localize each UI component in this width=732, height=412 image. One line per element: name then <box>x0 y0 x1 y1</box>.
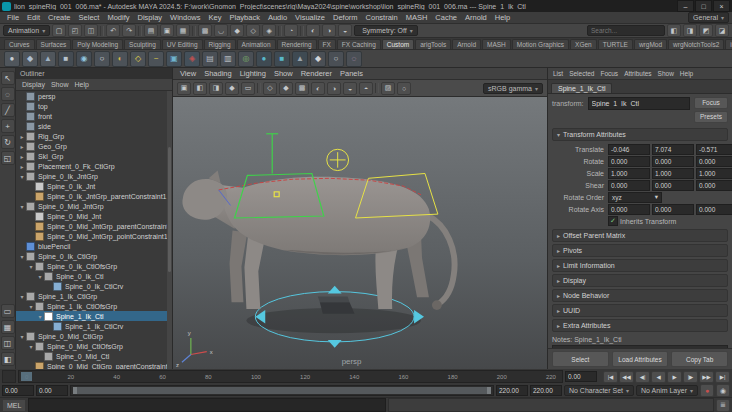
collapsed-section[interactable]: ▸ Pivots <box>552 244 728 257</box>
menu-item[interactable]: Playback <box>225 13 263 22</box>
menu-item[interactable]: View <box>176 69 200 78</box>
anim-layer-selector[interactable]: No Anim Layer ▾ <box>636 385 698 396</box>
layout-single-pane[interactable]: ▭ <box>1 304 15 318</box>
menu-item[interactable]: Selected <box>566 70 597 77</box>
collapsed-section[interactable]: ▸ Offset Parent Matrix <box>552 229 728 242</box>
select-tool[interactable]: ↖ <box>1 71 15 85</box>
ipr-render-icon[interactable]: ◑ <box>322 24 336 37</box>
expand-arrow-icon[interactable]: ▾ <box>18 203 26 210</box>
expand-arrow-icon[interactable]: ▸ <box>18 133 26 140</box>
menu-item[interactable]: Show <box>48 81 72 88</box>
shelf-tab[interactable]: XGen <box>570 39 597 49</box>
expand-arrow-icon[interactable]: ▾ <box>27 263 35 270</box>
search-input[interactable] <box>587 25 665 36</box>
shelf-tab[interactable]: FX <box>318 39 336 49</box>
collapsed-section[interactable]: ▸ Limit Information <box>552 259 728 272</box>
expand-arrow-icon[interactable]: ▾ <box>36 313 44 320</box>
range-end-handle[interactable] <box>487 387 491 394</box>
outliner-tree-item[interactable]: bluePencil <box>16 241 172 251</box>
camera-attributes-icon[interactable]: ◨ <box>209 82 223 95</box>
expand-arrow-icon[interactable]: ▾ <box>27 303 35 310</box>
focus-button[interactable]: Focus <box>694 97 728 109</box>
menu-item[interactable]: Shading <box>200 69 236 78</box>
outliner-tree-item[interactable]: Spine_1_Ik_CtlCrv <box>16 321 172 331</box>
character-set-selector[interactable]: No Character Set ▾ <box>564 385 634 396</box>
outliner-tree-item[interactable]: Spine_0_Mid_JntGrp_parentConstraint1 <box>16 221 172 231</box>
attr-field-y[interactable] <box>652 156 694 167</box>
expand-arrow-icon[interactable]: ▸ <box>18 153 26 160</box>
ae-action-button[interactable]: Copy Tab <box>671 351 728 367</box>
current-time-field[interactable] <box>565 371 597 382</box>
shelf-tab[interactable]: Arnold <box>452 39 481 49</box>
shelf-tab[interactable]: Surfaces <box>36 39 72 49</box>
menu-item[interactable]: Help <box>677 70 696 77</box>
shelf-tab[interactable]: arigTools <box>415 39 451 49</box>
motion-blur-icon[interactable]: ◓ <box>359 82 373 95</box>
collapsed-section[interactable]: ▸ Extra Attributes <box>552 319 728 332</box>
auto-keyframe-icon[interactable]: ● <box>700 384 714 397</box>
presets-button[interactable]: Presets <box>694 111 728 123</box>
shelf-tool[interactable]: ◌ <box>346 51 362 67</box>
lights-icon[interactable]: ◐ <box>311 82 325 95</box>
shelf-tool[interactable]: ◐ <box>112 51 128 67</box>
shelf-tool[interactable]: ▲ <box>292 51 308 67</box>
shelf-tool[interactable]: ▲ <box>40 51 56 67</box>
menu-item[interactable]: Key <box>205 13 226 22</box>
attr-field-z[interactable] <box>696 180 732 191</box>
select-object-icon[interactable]: ▣ <box>160 24 174 37</box>
menu-item[interactable]: Constrain <box>362 13 402 22</box>
playback-end-field[interactable] <box>496 385 528 396</box>
outliner-tree-item[interactable]: ▾ Spine_0_Mid_JntGrp <box>16 201 172 211</box>
symmetry-selector[interactable]: Symmetry: Off ▾ <box>354 25 418 36</box>
rotate-order-select[interactable]: xyz ▾ <box>608 192 662 203</box>
redo-icon[interactable]: ↷ <box>122 24 136 37</box>
snap-plane-icon[interactable]: ◇ <box>246 24 260 37</box>
outliner-tree-item[interactable]: front <box>16 111 172 121</box>
timeline[interactable]: 020406080100120140160180200220 <box>18 370 563 383</box>
attr-field-y[interactable] <box>652 168 694 179</box>
construction-history-icon[interactable]: ◔ <box>284 24 298 37</box>
layout-split-pane[interactable]: ◧ <box>1 352 15 366</box>
select-hierarchy-icon[interactable]: ▤ <box>144 24 158 37</box>
menu-item[interactable]: Help <box>491 13 514 22</box>
command-input[interactable] <box>28 398 386 412</box>
snap-point-icon[interactable]: ◆ <box>230 24 244 37</box>
isolate-select-icon[interactable]: ○ <box>397 82 411 95</box>
workspace-selector[interactable]: General ▾ <box>688 12 729 23</box>
ao-icon[interactable]: ◒ <box>343 82 357 95</box>
menu-item[interactable]: Deform <box>329 13 362 22</box>
shelf-tool[interactable]: ○ <box>94 51 110 67</box>
attr-field-x[interactable] <box>608 180 650 191</box>
outliner-tree-item[interactable]: side <box>16 121 172 131</box>
outliner-tree-item[interactable]: ▾ Spine_0_Mid_CtlGrp <box>16 331 172 341</box>
range-bar[interactable] <box>73 387 491 394</box>
shelf-tab[interactable]: Sculpting <box>124 39 161 49</box>
expand-arrow-icon[interactable]: ▾ <box>18 173 26 180</box>
outliner-tree-item[interactable]: ▾ Spine_0_Ik_JntGrp <box>16 171 172 181</box>
menu-item[interactable]: Select <box>75 13 104 22</box>
play-forward-button[interactable]: ▶ <box>667 371 682 383</box>
menu-item[interactable]: Show <box>655 70 677 77</box>
step-back-frame-button[interactable]: ◀| <box>635 371 650 383</box>
menu-item[interactable]: Display <box>19 81 48 88</box>
outliner-tree-item[interactable]: ▾ Spine_0_Ik_CtlGrp <box>16 251 172 261</box>
menu-item[interactable]: Audio <box>264 13 291 22</box>
collapsed-section[interactable]: ▸ Node Behavior <box>552 289 728 302</box>
shelf-tab[interactable]: FX Caching <box>337 39 381 49</box>
attr-field-z[interactable] <box>696 144 732 155</box>
shelf-tool[interactable]: ◉ <box>76 51 92 67</box>
shelf-tool[interactable]: ◆ <box>22 51 38 67</box>
shelf-tool[interactable]: ○ <box>328 51 344 67</box>
outliner-tree-item[interactable]: ▾ Spine_0_Ik_CtlOfsGrp <box>16 261 172 271</box>
outliner-tree-item[interactable]: ▾ Spine_0_Ik_Ctl <box>16 271 172 281</box>
shelf-tool[interactable]: ● <box>4 51 20 67</box>
animation-start-field[interactable] <box>2 385 34 396</box>
xray-icon[interactable]: ▨ <box>381 82 395 95</box>
expand-arrow-icon[interactable]: ▾ <box>27 343 35 350</box>
new-scene-icon[interactable]: ▢ <box>52 24 66 37</box>
menu-item[interactable]: Renderer <box>297 69 336 78</box>
modeling-toolkit-toggle-icon[interactable]: ◧ <box>667 24 681 37</box>
node-tab[interactable]: Spine_1_Ik_Ctl <box>551 83 612 93</box>
shelf-tab[interactable]: Poly Modeling <box>72 39 123 49</box>
make-live-icon[interactable]: ◈ <box>262 24 276 37</box>
